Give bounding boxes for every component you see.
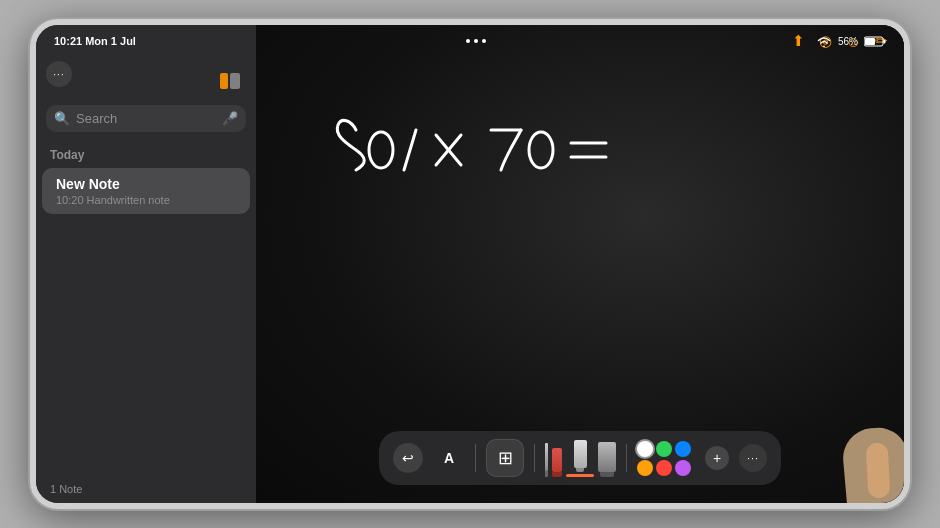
wifi-icon <box>816 35 832 47</box>
status-bar-center <box>466 39 486 43</box>
sidebar-panels-button[interactable] <box>216 67 244 95</box>
handwritten-content <box>316 105 844 209</box>
color-orange[interactable] <box>637 460 653 476</box>
ipad-frame: ··· 🔍 Search 🎤 Today New Note 10:20 Hand… <box>30 19 910 509</box>
hand-area <box>824 413 904 503</box>
selected-indicator <box>566 474 594 477</box>
undo-button[interactable]: ↩ <box>393 443 423 473</box>
toolbar-divider-1 <box>475 444 476 472</box>
text-tool-label: A <box>444 450 454 466</box>
svg-rect-0 <box>220 73 228 89</box>
status-time: 10:21 Mon 1 Jul <box>54 35 136 47</box>
toolbar-divider-3 <box>626 444 627 472</box>
add-icon: + <box>713 450 721 466</box>
toolbar-divider-2 <box>534 444 535 472</box>
wide-pen-nib <box>598 442 616 472</box>
battery-icon <box>864 36 886 47</box>
pen-tool-3[interactable] <box>566 440 594 477</box>
math-equation-svg <box>316 105 816 205</box>
color-blue[interactable] <box>675 441 691 457</box>
status-bar: 10:21 Mon 1 Jul 56% <box>36 25 904 57</box>
note-subtitle: 10:20 Handwritten note <box>56 194 236 206</box>
sidebar-footer-count: 1 Note <box>36 475 256 503</box>
search-icon: 🔍 <box>54 111 70 126</box>
pen-nib-1 <box>545 443 548 471</box>
sidebar: ··· 🔍 Search 🎤 Today New Note 10:20 Hand… <box>36 25 256 503</box>
color-red[interactable] <box>656 460 672 476</box>
note-title: New Note <box>56 176 236 192</box>
pen-tip-1 <box>545 471 548 477</box>
more-options-button[interactable]: ··· <box>739 444 767 472</box>
calc-icon: ⊞ <box>498 447 513 469</box>
color-white[interactable] <box>637 441 653 457</box>
eraser-tip <box>552 472 562 477</box>
main-content: ··· 🔍 Search 🎤 Today New Note 10:20 Hand… <box>36 25 904 503</box>
eraser-nib <box>552 448 562 472</box>
undo-icon: ↩ <box>402 450 414 466</box>
status-bar-left: 10:21 Mon 1 Jul <box>54 35 136 47</box>
search-bar[interactable]: 🔍 Search 🎤 <box>46 105 246 132</box>
wide-pen-tip <box>600 472 614 477</box>
note-item-new-note[interactable]: New Note 10:20 Handwritten note <box>42 168 250 214</box>
mic-icon[interactable]: 🎤 <box>222 111 238 126</box>
section-today-label: Today <box>36 138 256 166</box>
search-placeholder: Search <box>76 111 216 126</box>
pen-tools-group <box>545 439 616 477</box>
pen-tool-2[interactable] <box>552 448 562 477</box>
marker-nib <box>574 440 587 468</box>
svg-rect-12 <box>884 39 886 43</box>
center-dot-1 <box>466 39 470 43</box>
svg-rect-1 <box>230 73 240 89</box>
color-green[interactable] <box>656 441 672 457</box>
more-options-label: ··· <box>747 452 759 464</box>
note-editor[interactable]: ⬆ ◎ ☺ ✏ <box>256 25 904 503</box>
svg-point-2 <box>369 132 393 168</box>
pen-tool-4[interactable] <box>598 442 616 477</box>
more-dots-icon: ··· <box>53 69 64 80</box>
battery-percent: 56% <box>838 36 858 47</box>
marker-tip <box>576 468 584 472</box>
svg-line-3 <box>404 130 416 170</box>
drawing-toolbar: ↩ A ⊞ <box>379 431 781 485</box>
finger-shape <box>866 442 891 498</box>
color-swatches-group <box>637 441 695 476</box>
sidebar-more-button[interactable]: ··· <box>46 61 72 87</box>
status-bar-right: 56% <box>816 35 886 47</box>
svg-rect-11 <box>865 38 875 45</box>
color-purple[interactable] <box>675 460 691 476</box>
pen-tool-1[interactable] <box>545 443 548 477</box>
center-dot-3 <box>482 39 486 43</box>
text-tool-button[interactable]: A <box>433 442 465 474</box>
add-color-button[interactable]: + <box>705 446 729 470</box>
calculator-button[interactable]: ⊞ <box>486 439 524 477</box>
center-dot-2 <box>474 39 478 43</box>
svg-point-7 <box>529 132 553 168</box>
